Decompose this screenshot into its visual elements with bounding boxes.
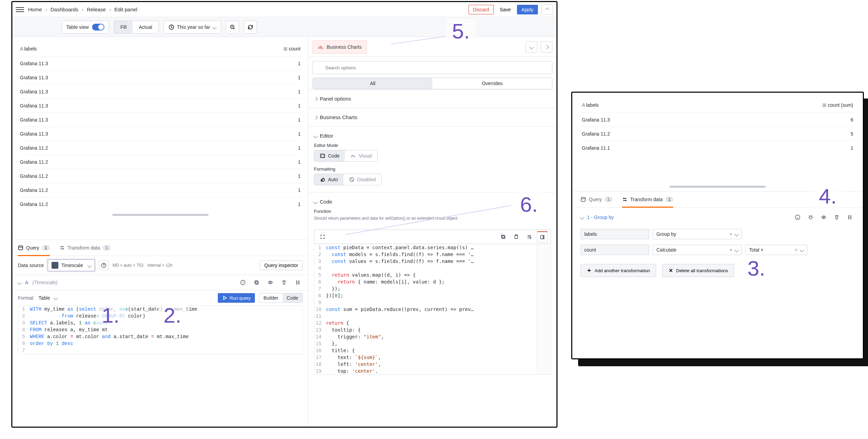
wrap-button[interactable] (524, 231, 535, 242)
js-code-editor[interactable]: 1const pieData = context.panel.data.seri… (314, 244, 551, 375)
chevron-right-icon: › (82, 7, 83, 12)
format-value[interactable]: Table (38, 295, 50, 301)
zoom-out-button[interactable] (226, 21, 239, 34)
scrollbar[interactable] (112, 214, 208, 216)
menu-icon[interactable] (16, 5, 24, 14)
editor-mode-visual[interactable]: Visual (345, 150, 377, 161)
chevron-down-icon (314, 133, 317, 139)
trash-icon (281, 280, 287, 285)
section-business-charts: Business Charts (308, 108, 556, 126)
viz-picker-expand[interactable] (541, 41, 552, 53)
editor-toolbar: Table view Fill Actual This year so far (12, 17, 556, 37)
query-inspector-button[interactable]: Query inspector (260, 261, 303, 270)
time-range-picker[interactable]: This year so far (164, 21, 221, 34)
preview-table: A labels ⊞ count Grafana 11.31 Grafana 1… (12, 37, 308, 240)
add-transformation-button[interactable]: Add another transformation (580, 264, 656, 277)
tab-query[interactable]: Query 1 (18, 240, 50, 256)
table-row: Grafana 11.31 (19, 56, 302, 70)
section-header-panel-options[interactable]: Panel options (314, 93, 551, 104)
tab-transform[interactable]: Transform data 1 (59, 240, 111, 256)
minimap-button[interactable] (537, 231, 548, 242)
query-name[interactable]: A (25, 280, 28, 285)
save-button[interactable]: Save (496, 5, 515, 14)
refresh-icon (248, 24, 253, 30)
actual-button[interactable]: Actual (133, 21, 158, 33)
field-count-agg-select[interactable]: Total ×× (745, 245, 807, 255)
copy-icon (254, 280, 259, 285)
search-options-input[interactable] (313, 61, 552, 74)
editor-mode-code[interactable]: Code (314, 150, 345, 161)
scrollbar[interactable] (669, 186, 766, 188)
paste-code-button[interactable] (511, 231, 522, 242)
options-tab-switcher: All Overrides (313, 78, 552, 89)
tab-all[interactable]: All (313, 78, 432, 89)
chevron-down-icon[interactable] (18, 280, 21, 285)
table-row: Grafana 11.21 (19, 141, 302, 155)
builder-button[interactable]: Builder (259, 293, 283, 302)
field-count-op-select[interactable]: Calculate× (653, 245, 742, 255)
toggle-visibility-button[interactable] (266, 278, 275, 287)
delete-query-button[interactable] (279, 278, 289, 287)
minimap[interactable] (536, 244, 551, 374)
breadcrumb-dashboards[interactable]: Dashboards (50, 7, 78, 12)
chevron-down-icon (314, 199, 317, 205)
duplicate-query-button[interactable] (252, 278, 261, 287)
copy-code-button[interactable] (498, 231, 509, 242)
transformation-title[interactable]: 1 - Group by (587, 215, 614, 220)
formatting-disabled[interactable]: Disabled (343, 174, 381, 185)
query-help-button[interactable]: ? (238, 278, 248, 287)
sql-editor[interactable]: 1WITH my_time as (select color, max(star… (18, 305, 303, 354)
discard-button[interactable]: Discard (469, 5, 494, 14)
editor-mode-label: Editor Mode (314, 143, 551, 148)
tab-overrides[interactable]: Overrides (432, 78, 552, 89)
table-row: Grafana 11.21 (19, 197, 302, 211)
viz-picker-dropdown[interactable] (526, 41, 537, 53)
number-type-icon: ⊞ (283, 46, 289, 51)
chevron-down-icon[interactable] (54, 295, 57, 301)
svg-point-30 (848, 217, 849, 218)
expand-button[interactable] (317, 231, 328, 242)
breadcrumb-edit-panel[interactable]: Edit panel (114, 7, 137, 12)
code-button[interactable]: Code (283, 293, 302, 302)
breadcrumb-home[interactable]: Home (28, 7, 42, 12)
transformation-debug-button[interactable] (806, 212, 815, 222)
timescale-logo-icon (52, 262, 58, 269)
section-header-business-charts[interactable]: Business Charts (314, 112, 551, 123)
drag-handle[interactable] (845, 212, 855, 222)
table-row: Grafana 11.21 (19, 155, 302, 169)
formatting-segment: Auto Disabled (314, 174, 382, 185)
table-view-toggle[interactable]: Table view (62, 21, 109, 34)
tab-query[interactable]: Query 1 (580, 192, 612, 207)
fill-button[interactable]: Fill (114, 21, 133, 33)
tab-transform[interactable]: Transform data 1 (622, 192, 673, 207)
datasource-help-button[interactable] (99, 261, 109, 270)
transformation-visibility-button[interactable] (819, 212, 828, 222)
copy-icon (500, 234, 506, 240)
drag-handle[interactable] (293, 278, 303, 287)
chevron-down-icon[interactable] (580, 215, 584, 220)
table-row: Grafana 11.31 (19, 84, 302, 99)
breadcrumb-release[interactable]: Release (87, 7, 106, 12)
transformation-delete-button[interactable] (832, 212, 842, 222)
section-header-editor[interactable]: Editor (314, 130, 551, 141)
delete-all-transformations-button[interactable]: Delete all transformations (662, 264, 734, 277)
section-code: Code Function Should return parameters a… (308, 192, 556, 230)
section-editor: Editor Editor Mode Code Visual Formattin… (308, 126, 556, 192)
help-icon (101, 263, 106, 268)
collapse-button[interactable] (541, 4, 553, 15)
close-icon (668, 268, 674, 273)
transform-icon (59, 245, 65, 251)
field-labels-op-select[interactable]: Group by× (653, 229, 742, 239)
viz-picker-row: Business Charts (308, 37, 556, 57)
datasource-select[interactable]: Timescale (48, 259, 94, 271)
apply-button[interactable]: Apply (517, 5, 538, 14)
refresh-button[interactable] (244, 21, 257, 34)
builder-code-segment: Builder Code (259, 293, 303, 303)
run-query-button[interactable]: Run query (218, 293, 255, 303)
section-header-code[interactable]: Code (314, 196, 551, 207)
chevron-right-icon (545, 44, 548, 50)
viz-type-select[interactable]: Business Charts (313, 41, 367, 54)
transformation-help-button[interactable] (793, 212, 802, 222)
formatting-auto[interactable]: Auto (314, 174, 343, 185)
field-labels-name: labels (580, 229, 649, 239)
